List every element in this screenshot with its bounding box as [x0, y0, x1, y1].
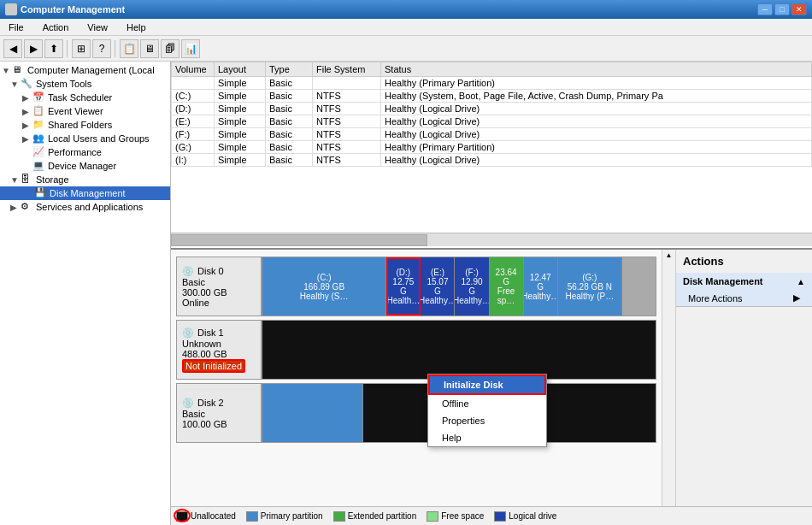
partition-f[interactable]: (F:) 12.90 G Healthy… — [455, 257, 489, 316]
table-row[interactable]: (I:) Simple Basic NTFS Healthy (Logical … — [172, 154, 812, 167]
menu-bar: File Action View Help — [0, 19, 812, 36]
menu-action[interactable]: Action — [38, 21, 74, 34]
legend-unalloc-label: Unallocated — [191, 511, 236, 521]
partition-unnamed-status: Healthy… — [524, 292, 558, 301]
back-button[interactable]: ◀ — [3, 39, 22, 58]
partition-e-label: (E:) — [431, 268, 444, 277]
cell-status: Healthy (System, Boot, Page File, Active… — [381, 90, 812, 103]
tree-disk-management[interactable]: 💾 Disk Management — [0, 186, 170, 200]
tree-local-users[interactable]: ▶ 👥 Local Users and Groups — [0, 132, 170, 145]
close-button[interactable]: ✕ — [791, 3, 807, 15]
disk-2-row: 💿 Disk 2 Basic 100.00 GB — [176, 383, 656, 443]
legend-primary-color — [246, 511, 258, 522]
tree-device-manager[interactable]: 💻 Device Manager — [0, 159, 170, 173]
tree-root[interactable]: ▼ 🖥 Computer Management (Local — [0, 63, 170, 77]
minimize-button[interactable]: ─ — [757, 3, 773, 15]
system-tools-icon: 🔧 — [21, 78, 34, 90]
show-hide-button[interactable]: ⊞ — [72, 39, 91, 58]
partition-unalloc-0[interactable] — [622, 257, 656, 316]
disk-2-size: 100.00 GB — [182, 419, 256, 429]
toolbar: ◀ ▶ ⬆ ⊞ ? 📋 🖥 🗐 📊 — [0, 36, 812, 62]
tree-task-scheduler[interactable]: ▶ 📅 Task Scheduler — [0, 91, 170, 104]
table-row[interactable]: Simple Basic Healthy (Primary Partition) — [172, 77, 812, 90]
maximize-button[interactable]: □ — [774, 3, 790, 15]
more-actions-arrow: ▶ — [793, 292, 800, 304]
computer-button[interactable]: 🖥 — [140, 39, 159, 58]
partition-disk2-blue[interactable] — [262, 384, 363, 442]
cell-volume: (C:) — [172, 90, 215, 103]
table-hscroll[interactable] — [171, 233, 812, 246]
cell-fs: NTFS — [313, 141, 381, 154]
action-disk-mgmt-arrow: ▲ — [797, 277, 805, 286]
partition-d[interactable]: (D:) 12.75 G Health… — [386, 257, 421, 316]
cell-layout: Simple — [215, 128, 266, 141]
partition-unnamed-size: 12.47 G — [526, 273, 556, 292]
tree-event-viewer[interactable]: ▶ 📋 Event Viewer — [0, 104, 170, 118]
partition-g[interactable]: (G:) 56.28 GB N Healthy (P… — [558, 257, 622, 316]
menu-view[interactable]: View — [82, 21, 113, 34]
table-row[interactable]: (D:) Simple Basic NTFS Healthy (Logical … — [172, 103, 812, 115]
partition-c[interactable]: (C:) 166.89 GB Healthy (S… — [262, 257, 386, 316]
disk-2-icon: 💿 — [182, 398, 194, 409]
actions-panel: Actions Disk Management ▲ More Actions ▶ — [675, 250, 812, 506]
disk-0-type: Basic — [182, 277, 256, 287]
action-more-actions[interactable]: More Actions ▶ — [676, 290, 812, 306]
action-disk-mgmt-label: Disk Management — [683, 276, 763, 286]
vertical-scrollbar[interactable]: ▲ — [662, 250, 675, 506]
legend-free-label: Free space — [441, 511, 484, 521]
partition-d-size: 12.75 G — [388, 277, 418, 296]
tree-shared-folders[interactable]: ▶ 📁 Shared Folders — [0, 118, 170, 132]
up-button[interactable]: ⬆ — [44, 39, 63, 58]
tree-storage[interactable]: ▼ 🗄 Storage — [0, 173, 170, 186]
partition-free[interactable]: 23.64 G Free sp… — [490, 257, 524, 316]
help-button[interactable]: ? — [92, 39, 111, 58]
cell-type: Basic — [266, 103, 313, 115]
cell-fs: NTFS — [313, 128, 381, 141]
partition-g-size: 56.28 GB N — [568, 282, 612, 292]
disk-0-id: Disk 0 — [197, 266, 224, 276]
ctx-initialize-disk[interactable]: Initialize Disk — [428, 375, 546, 395]
cell-status: Healthy (Primary Partition) — [381, 141, 812, 154]
refresh-button[interactable]: 🗐 — [161, 39, 179, 58]
tree-services[interactable]: ▶ ⚙ Services and Applications — [0, 200, 170, 214]
cell-volume: (F:) — [172, 128, 215, 141]
disk-2-id: Disk 2 — [197, 398, 224, 408]
legend-extended-label: Extended partition — [348, 511, 417, 521]
disk-1-status: Not Initialized — [182, 359, 256, 373]
legend-free: Free space — [427, 511, 484, 522]
legend-primary: Primary partition — [246, 511, 323, 522]
ctx-offline[interactable]: Offline — [428, 395, 546, 412]
table-row[interactable]: (F:) Simple Basic NTFS Healthy (Logical … — [172, 128, 812, 141]
partition-free-size: 23.64 G — [491, 268, 521, 286]
table-row[interactable]: (G:) Simple Basic NTFS Healthy (Primary … — [172, 141, 812, 154]
bottom-legend: Unallocated Primary partition Extended p… — [171, 506, 812, 525]
forward-button[interactable]: ▶ — [24, 39, 43, 58]
cell-volume: (G:) — [172, 141, 215, 154]
disk-1-partitions — [262, 320, 656, 380]
tree-system-tools[interactable]: ▼ 🔧 System Tools — [0, 77, 170, 91]
scroll-up-arrow[interactable]: ▲ — [666, 251, 673, 259]
properties-button[interactable]: 📊 — [181, 39, 200, 58]
export-button[interactable]: 📋 — [120, 39, 138, 58]
menu-help[interactable]: Help — [121, 21, 151, 34]
legend-extended-color — [333, 511, 345, 522]
partition-e[interactable]: (E:) 15.07 G Healthy… — [421, 257, 455, 316]
partition-unnamed[interactable]: 12.47 G Healthy… — [524, 257, 558, 316]
storage-arrow: ▼ — [10, 175, 21, 185]
performance-label: Performance — [48, 147, 102, 157]
table-row[interactable]: (C:) Simple Basic NTFS Healthy (System, … — [172, 90, 812, 103]
app-icon — [5, 3, 17, 15]
ctx-help[interactable]: Help — [428, 429, 546, 446]
menu-file[interactable]: File — [3, 21, 29, 34]
cell-volume: (E:) — [172, 115, 215, 128]
action-disk-mgmt-header[interactable]: Disk Management ▲ — [676, 273, 812, 290]
col-type: Type — [266, 62, 313, 77]
services-label: Services and Applications — [36, 202, 143, 212]
partition-disk1-unalloc[interactable] — [262, 321, 656, 379]
hscroll-thumb[interactable] — [171, 234, 427, 246]
table-row[interactable]: (E:) Simple Basic NTFS Healthy (Logical … — [172, 115, 812, 128]
disk-1-icon: 💿 — [182, 327, 194, 339]
ctx-properties[interactable]: Properties — [428, 412, 546, 429]
cell-type: Basic — [266, 128, 313, 141]
tree-performance[interactable]: 📈 Performance — [0, 145, 170, 159]
